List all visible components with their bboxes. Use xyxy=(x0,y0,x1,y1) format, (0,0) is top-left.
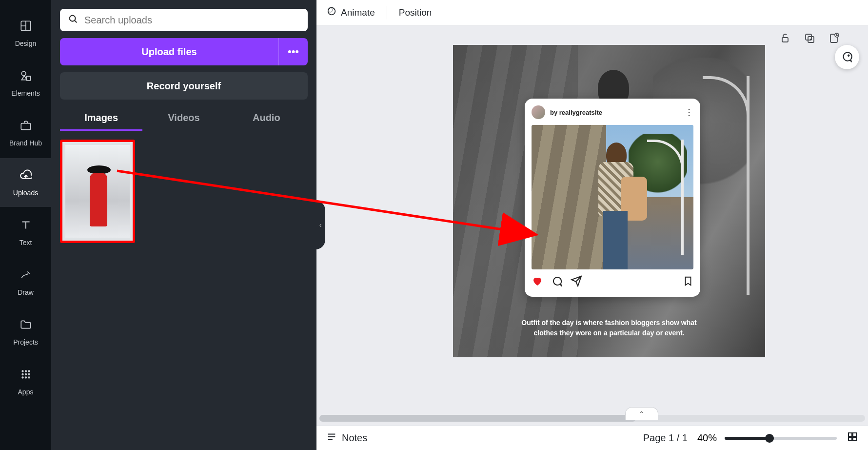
post-more-icon[interactable]: ⋮ xyxy=(685,107,693,118)
page-indicator[interactable]: Page 1 / 1 xyxy=(643,432,688,444)
page-actions xyxy=(779,32,840,47)
horizontal-scrollbar[interactable]: ⌃ xyxy=(316,411,868,426)
rail-label: Brand Hub xyxy=(9,139,42,147)
add-page-icon[interactable] xyxy=(828,32,840,47)
instagram-card[interactable]: by reallygreatsite ⋮ xyxy=(525,99,700,297)
notes-label: Notes xyxy=(342,432,367,444)
rail-label: Projects xyxy=(13,338,38,346)
svg-rect-15 xyxy=(782,38,788,42)
svg-point-4 xyxy=(24,370,26,372)
bookmark-icon[interactable] xyxy=(683,276,693,289)
page-list-toggle[interactable]: ⌃ xyxy=(625,407,658,420)
svg-rect-23 xyxy=(853,437,856,441)
left-rail: Design Elements Brand Hub Uploads Text D… xyxy=(0,0,51,450)
rail-label: Elements xyxy=(11,89,39,97)
layout-icon xyxy=(20,20,32,36)
unlock-icon[interactable] xyxy=(779,32,791,47)
zoom-control: 40% xyxy=(697,432,837,444)
rail-item-projects[interactable]: Projects xyxy=(0,307,51,356)
uploads-tabs: Images Videos Audio xyxy=(60,112,308,131)
post-actions xyxy=(532,275,693,290)
svg-point-5 xyxy=(28,370,30,372)
scroll-track[interactable]: ⌃ xyxy=(319,415,865,422)
upload-files-button[interactable]: Upload files xyxy=(60,38,278,65)
toolbar-divider xyxy=(387,6,387,20)
draw-icon xyxy=(20,268,32,285)
upload-thumb[interactable] xyxy=(60,140,135,243)
text-icon xyxy=(20,219,32,235)
upload-thumb-grid xyxy=(60,140,308,243)
rail-item-apps[interactable]: Apps xyxy=(0,357,51,406)
position-button[interactable]: Position xyxy=(399,7,432,18)
notes-icon xyxy=(326,431,337,445)
scroll-thumb[interactable] xyxy=(319,415,636,422)
svg-point-3 xyxy=(21,370,23,372)
heart-icon[interactable] xyxy=(532,275,543,290)
shapes-icon xyxy=(20,69,32,85)
status-bar: Notes Page 1 / 1 40% xyxy=(316,426,868,450)
apps-grid-icon xyxy=(20,368,32,384)
briefcase-icon xyxy=(20,119,32,135)
animate-button[interactable]: Animate xyxy=(326,6,375,19)
search-field[interactable] xyxy=(60,9,308,31)
svg-rect-22 xyxy=(848,437,852,441)
svg-point-12 xyxy=(70,16,76,21)
svg-rect-2 xyxy=(21,123,31,129)
search-input[interactable] xyxy=(84,15,300,26)
rail-label: Uploads xyxy=(13,189,38,197)
svg-rect-20 xyxy=(848,433,852,436)
svg-point-6 xyxy=(21,373,23,375)
duplicate-page-icon[interactable] xyxy=(804,32,815,47)
svg-point-1 xyxy=(21,71,26,76)
svg-rect-21 xyxy=(853,433,856,436)
record-yourself-button[interactable]: Record yourself xyxy=(60,72,308,100)
grid-view-icon[interactable] xyxy=(847,431,858,446)
rail-item-brand-hub[interactable]: Brand Hub xyxy=(0,108,51,157)
canvas-viewport[interactable]: by reallygreatsite ⋮ xyxy=(316,25,868,426)
share-icon[interactable] xyxy=(571,275,582,290)
tab-images[interactable]: Images xyxy=(60,112,142,131)
chevron-up-icon: ⌃ xyxy=(639,410,645,418)
avatar xyxy=(532,105,545,119)
context-toolbar: Animate Position xyxy=(316,0,868,25)
thumb-image xyxy=(65,145,130,238)
rail-item-text[interactable]: Text xyxy=(0,208,51,257)
rail-item-elements[interactable]: Elements xyxy=(0,59,51,107)
svg-point-7 xyxy=(24,373,26,375)
design-canvas[interactable]: by reallygreatsite ⋮ xyxy=(453,45,765,357)
animate-icon xyxy=(326,6,337,19)
uploads-panel: Upload files ••• Record yourself Images … xyxy=(51,0,316,450)
svg-point-11 xyxy=(28,376,30,378)
rail-item-uploads[interactable]: Uploads xyxy=(0,158,51,207)
comment-icon[interactable] xyxy=(551,275,563,290)
zoom-slider[interactable] xyxy=(725,437,837,440)
post-image[interactable] xyxy=(532,125,693,269)
svg-point-9 xyxy=(21,376,23,378)
editor-area: Animate Position xyxy=(316,0,868,450)
rail-label: Apps xyxy=(18,388,34,396)
search-icon xyxy=(68,14,79,26)
collapse-panel-handle[interactable]: ‹ xyxy=(316,201,325,249)
cloud-upload-icon xyxy=(20,169,32,185)
rail-label: Text xyxy=(20,239,32,246)
rail-item-design[interactable]: Design xyxy=(0,9,51,58)
notes-button[interactable]: Notes xyxy=(326,431,367,445)
canvas-caption[interactable]: Outfit of the day is where fashion blogg… xyxy=(453,318,765,338)
post-author: by reallygreatsite xyxy=(550,109,680,116)
upload-more-button[interactable]: ••• xyxy=(278,38,308,65)
chevron-left-icon: ‹ xyxy=(319,221,322,229)
rail-item-draw[interactable]: Draw xyxy=(0,258,51,307)
zoom-value[interactable]: 40% xyxy=(697,432,717,444)
folder-icon xyxy=(20,318,32,334)
svg-point-8 xyxy=(28,373,30,375)
rail-label: Design xyxy=(15,40,37,47)
assistant-button[interactable] xyxy=(835,45,859,69)
tab-videos[interactable]: Videos xyxy=(142,112,225,131)
animate-label: Animate xyxy=(341,7,375,18)
tab-audio[interactable]: Audio xyxy=(225,112,308,131)
rail-label: Draw xyxy=(18,288,34,296)
svg-point-10 xyxy=(24,376,26,378)
position-label: Position xyxy=(399,7,432,18)
